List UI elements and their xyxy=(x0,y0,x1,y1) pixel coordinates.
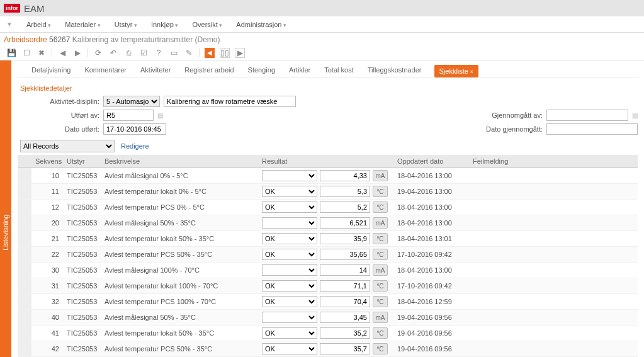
next-icon[interactable]: ▶ xyxy=(72,48,82,58)
input-result-value[interactable] xyxy=(320,217,370,229)
table-row[interactable]: 20TIC25053Avlest målesignal 50% - 35°CmA… xyxy=(18,215,638,231)
save-icon[interactable]: 💾 xyxy=(6,48,16,58)
input-result-value[interactable] xyxy=(320,343,370,354)
col-sekvens[interactable]: Sekvens xyxy=(31,155,63,168)
row-selector[interactable] xyxy=(18,184,31,200)
unit-badge: °C xyxy=(373,233,388,244)
input-result-value[interactable] xyxy=(320,264,370,276)
tab-artikler[interactable]: Artikler xyxy=(288,62,312,77)
input-result-value[interactable] xyxy=(320,280,370,292)
row-selector[interactable] xyxy=(18,341,31,357)
menu-oversikt[interactable]: Oversikt xyxy=(192,21,222,28)
cell-resultat: mA xyxy=(258,168,393,184)
col-resultat[interactable]: Resultat xyxy=(258,155,393,168)
input-result-value[interactable] xyxy=(320,233,370,244)
col-oppdatert[interactable]: Oppdatert dato xyxy=(393,155,469,168)
menu-arbeid[interactable]: Arbeid xyxy=(26,21,51,28)
table-row[interactable]: 21TIC25053Avlest temperatur lokalt 50% -… xyxy=(18,231,638,247)
cell-utstyr: TIC25053 xyxy=(63,326,101,341)
panel-toggle-left-icon[interactable]: ◀ xyxy=(205,48,215,58)
panel-toggle-right-icon[interactable]: ▶ xyxy=(235,48,245,58)
input-result-value[interactable] xyxy=(320,186,370,197)
select-result-status[interactable]: OK xyxy=(262,280,317,292)
book-icon[interactable]: ▭ xyxy=(169,48,179,58)
help-icon[interactable]: ? xyxy=(154,48,164,58)
input-gjennomgatt-av[interactable] xyxy=(546,110,628,121)
sidebar-tab-listevisning[interactable]: Listevisning xyxy=(0,60,11,357)
row-selector[interactable] xyxy=(18,310,31,326)
row-selector[interactable] xyxy=(18,263,31,278)
lookup-icon[interactable]: ▤ xyxy=(632,112,638,119)
menu-collapse-icon[interactable]: ▼ xyxy=(6,21,13,28)
select-result-status[interactable]: OK xyxy=(262,343,317,354)
menu-innkjop[interactable]: Innkjøp xyxy=(151,21,179,28)
input-result-value[interactable] xyxy=(320,312,370,323)
input-result-value[interactable] xyxy=(320,170,370,181)
tab-registrer-arbeid[interactable]: Registrer arbeid xyxy=(183,62,235,77)
row-selector[interactable] xyxy=(18,247,31,263)
select-result-status[interactable]: OK xyxy=(262,233,317,244)
cell-beskrivelse: Avlest temperatur lokalt 50% - 35°C xyxy=(101,326,258,341)
row-selector[interactable] xyxy=(18,294,31,310)
select-result-status[interactable]: OK xyxy=(262,327,317,339)
filter-select[interactable]: All Records xyxy=(20,140,115,152)
new-icon[interactable]: ☐ xyxy=(21,48,31,58)
table-row[interactable]: 31TIC25053Avlest temperatur lokalt 100% … xyxy=(18,278,638,294)
col-utstyr[interactable]: Utstyr xyxy=(63,155,101,168)
select-result-status[interactable] xyxy=(262,264,317,276)
tab-detaljvisning[interactable]: Detaljvisning xyxy=(30,62,72,77)
row-selector[interactable] xyxy=(18,326,31,341)
tab-tilleggskostnader[interactable]: Tilleggskostnader xyxy=(366,62,423,77)
link-redigere[interactable]: Redigere xyxy=(121,142,149,150)
row-selector[interactable] xyxy=(18,215,31,231)
tab-kommentarer[interactable]: Kommentarer xyxy=(83,62,128,77)
table-row[interactable]: 10TIC25053Avlest målesignal 0% - 5°CmA18… xyxy=(18,168,638,184)
input-result-value[interactable] xyxy=(320,249,370,260)
input-result-value[interactable] xyxy=(320,201,370,213)
select-result-status[interactable]: OK xyxy=(262,249,317,260)
attach-icon[interactable]: ☑ xyxy=(138,48,149,58)
cell-beskrivelse: Avlest temperatur PCS 100% - 70°C xyxy=(101,294,258,310)
refresh-icon[interactable]: ⟳ xyxy=(93,48,103,58)
menu-utstyr[interactable]: Utstyr xyxy=(115,21,137,28)
input-utfort-av[interactable] xyxy=(103,110,154,121)
tab-aktiviteter[interactable]: Aktiviteter xyxy=(139,62,172,77)
edit-icon[interactable]: ✎ xyxy=(184,48,194,58)
select-result-status[interactable] xyxy=(262,217,317,229)
prev-icon[interactable]: ◀ xyxy=(57,48,67,58)
select-result-status[interactable]: OK xyxy=(262,201,317,213)
input-result-value[interactable] xyxy=(320,296,370,307)
menu-administrasjon[interactable]: Administrasjon xyxy=(236,21,286,28)
tab-stenging[interactable]: Stenging xyxy=(247,62,276,77)
select-result-status[interactable]: OK xyxy=(262,296,317,307)
table-row[interactable]: 30TIC25053Avlest målesignal 100% - 70°Cm… xyxy=(18,263,638,278)
table-row[interactable]: 22TIC25053Avlest temperatur PCS 50% - 35… xyxy=(18,247,638,263)
table-row[interactable]: 42TIC25053Avlest temperatur PCS 50% - 35… xyxy=(18,341,638,357)
table-row[interactable]: 40TIC25053Avlest målesignal 50% - 35°CmA… xyxy=(18,310,638,326)
table-row[interactable]: 41TIC25053Avlest temperatur lokalt 50% -… xyxy=(18,326,638,341)
row-selector[interactable] xyxy=(18,278,31,294)
input-result-value[interactable] xyxy=(320,327,370,339)
select-result-status[interactable] xyxy=(262,170,317,181)
select-aktivitet[interactable]: 5 - Automasjon xyxy=(103,96,160,107)
input-dato-gjennomgatt[interactable] xyxy=(546,123,638,135)
row-selector[interactable] xyxy=(18,168,31,184)
menu-materialer[interactable]: Materialer xyxy=(65,21,100,28)
row-selector[interactable] xyxy=(18,200,31,215)
select-result-status[interactable]: OK xyxy=(262,186,317,197)
table-row[interactable]: 32TIC25053Avlest temperatur PCS 100% - 7… xyxy=(18,294,638,310)
col-feilmelding[interactable]: Feilmelding xyxy=(469,155,562,168)
table-row[interactable]: 11TIC25053Avlest temperatur lokalt 0% - … xyxy=(18,184,638,200)
row-selector[interactable] xyxy=(18,231,31,247)
delete-icon[interactable]: ✖ xyxy=(37,48,47,58)
tab-total-kost[interactable]: Total kost xyxy=(323,62,354,77)
tab-sjekkliste[interactable]: Sjekkliste xyxy=(434,65,478,77)
input-dato-utfort[interactable] xyxy=(103,123,166,135)
print-icon[interactable]: ⎙ xyxy=(123,48,133,58)
select-result-status[interactable] xyxy=(262,312,317,323)
undo-icon[interactable]: ↶ xyxy=(108,48,118,58)
table-row[interactable]: 12TIC25053Avlest temperatur PCS 0% - 5°C… xyxy=(18,200,638,215)
lookup-icon[interactable]: ▤ xyxy=(157,112,163,119)
panel-split-icon[interactable]: ▯▯ xyxy=(220,48,230,58)
col-beskrivelse[interactable]: Beskrivelse xyxy=(101,155,258,168)
